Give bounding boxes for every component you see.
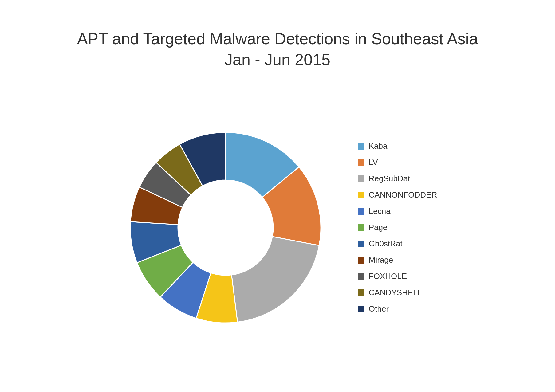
legend-item: Mirage xyxy=(358,255,437,265)
legend-label: LV xyxy=(369,158,378,167)
legend-swatch xyxy=(358,306,364,312)
legend-label: Other xyxy=(369,304,389,314)
legend-item: Kaba xyxy=(358,141,437,151)
legend-item: Lecna xyxy=(358,206,437,216)
legend-swatch xyxy=(358,257,364,264)
legend-swatch xyxy=(358,175,364,182)
legend-label: Kaba xyxy=(369,141,388,151)
legend-item: FOXHOLE xyxy=(358,272,437,281)
legend-swatch xyxy=(358,241,364,247)
page-container: APT and Targeted Malware Detections in S… xyxy=(32,19,523,373)
legend-swatch xyxy=(358,289,364,296)
legend-item: LV xyxy=(358,158,437,167)
legend-label: CANNONFODDER xyxy=(369,190,437,200)
chart-legend: Kaba LV RegSubDat CANNONFODDER Lecna Pag… xyxy=(358,141,437,314)
legend-swatch xyxy=(358,273,364,280)
legend-label: Page xyxy=(369,223,388,232)
legend-label: Lecna xyxy=(369,206,391,216)
legend-label: Mirage xyxy=(369,255,393,265)
legend-swatch xyxy=(358,224,364,231)
chart-title: APT and Targeted Malware Detections in S… xyxy=(77,29,478,70)
legend-item: CANNONFODDER xyxy=(358,190,437,200)
legend-item: Gh0stRat xyxy=(358,239,437,249)
legend-label: Gh0stRat xyxy=(369,239,403,249)
legend-swatch xyxy=(358,159,364,166)
legend-item: Page xyxy=(358,223,437,232)
legend-label: FOXHOLE xyxy=(369,272,407,281)
legend-label: CANDYSHELL xyxy=(369,288,422,297)
chart-segment xyxy=(231,237,319,322)
legend-swatch xyxy=(358,192,364,198)
donut-chart xyxy=(118,120,333,335)
legend-swatch xyxy=(358,208,364,215)
legend-item: CANDYSHELL xyxy=(358,288,437,297)
legend-label: RegSubDat xyxy=(369,174,410,183)
legend-item: Other xyxy=(358,304,437,314)
legend-item: RegSubDat xyxy=(358,174,437,183)
chart-area: Kaba LV RegSubDat CANNONFODDER Lecna Pag… xyxy=(32,82,523,373)
legend-swatch xyxy=(358,143,364,150)
